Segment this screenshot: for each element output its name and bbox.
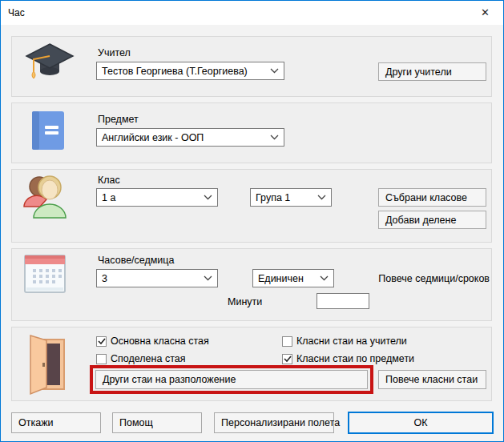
subject-select[interactable]: Английски език - ООП bbox=[96, 128, 284, 147]
checkbox-box bbox=[282, 354, 292, 364]
more-classrooms-button[interactable]: Повече класни стаи bbox=[378, 370, 486, 389]
subject-label: Предмет bbox=[98, 114, 139, 125]
lesson-type-select[interactable]: Единичен bbox=[252, 269, 334, 287]
subject-select-value: Английски език - ООП bbox=[102, 132, 204, 143]
checkbox-subject-classrooms[interactable]: Класни стаи по предмети bbox=[282, 353, 414, 364]
checkbox-label: Споделена стая bbox=[111, 353, 185, 364]
calendar-icon bbox=[23, 254, 67, 297]
rooms-section bbox=[11, 327, 492, 401]
class-select-value: 1 а bbox=[102, 192, 115, 203]
checkbox-label: Класни стаи на учители bbox=[296, 336, 407, 347]
checkbox-box bbox=[96, 354, 107, 364]
checkmark-icon bbox=[284, 355, 292, 363]
teacher-label: Учител bbox=[98, 47, 131, 58]
other-teachers-button[interactable]: Други учители bbox=[378, 62, 486, 81]
graduation-cap-icon bbox=[23, 41, 75, 94]
teacher-select-value: Тестов Георгиева (Т.Георгиева) bbox=[102, 66, 248, 77]
close-icon[interactable]: ✕ bbox=[467, 1, 503, 25]
checkbox-box bbox=[96, 336, 107, 347]
book-icon bbox=[30, 109, 67, 155]
more-weeks-terms-link[interactable]: Повече седмици/сроков bbox=[353, 273, 490, 284]
help-button[interactable]: Помощ bbox=[112, 412, 202, 433]
checkbox-shared-room[interactable]: Споделена стая bbox=[96, 353, 185, 364]
ok-button[interactable]: ОК bbox=[348, 412, 494, 434]
checkbox-label: Основна класна стая bbox=[111, 336, 209, 347]
title-bar: Час ✕ bbox=[1, 1, 503, 25]
hours-per-week-label: Часове/седмица bbox=[98, 255, 174, 266]
chevron-down-icon bbox=[317, 195, 326, 200]
checkbox-box bbox=[282, 336, 292, 347]
teacher-select[interactable]: Тестов Георгиева (Т.Георгиева) bbox=[96, 62, 284, 80]
minutes-label: Минути bbox=[228, 296, 262, 307]
lesson-type-value: Единичен bbox=[258, 273, 304, 284]
chevron-down-icon bbox=[204, 275, 212, 281]
group-select-value: Група 1 bbox=[256, 192, 290, 203]
chevron-down-icon bbox=[204, 195, 212, 200]
chevron-down-icon bbox=[320, 275, 329, 281]
checkbox-label: Класни стаи по предмети bbox=[296, 353, 414, 364]
hours-per-week-select[interactable]: 3 bbox=[96, 269, 218, 287]
students-icon bbox=[22, 173, 71, 227]
checkbox-teacher-classrooms[interactable]: Класни стаи на учители bbox=[282, 336, 407, 347]
cancel-button[interactable]: Откажи bbox=[11, 412, 101, 433]
door-icon bbox=[23, 332, 68, 401]
minutes-input[interactable] bbox=[317, 293, 369, 309]
checkmark-icon bbox=[98, 337, 106, 345]
joined-classes-button[interactable]: Събрани класове bbox=[378, 188, 486, 207]
checkbox-main-classroom[interactable]: Основна класна стая bbox=[96, 336, 209, 347]
dialog-title: Час bbox=[8, 1, 25, 25]
custom-fields-button[interactable]: Персонализирани полета bbox=[214, 412, 334, 433]
hours-section bbox=[11, 248, 492, 321]
class-label: Клас bbox=[98, 175, 120, 186]
class-select[interactable]: 1 а bbox=[96, 188, 218, 207]
other-available-rooms-button[interactable]: Други стаи на разположение bbox=[95, 370, 368, 389]
lesson-dialog: Час ✕ Учител Тестов Георгиева (Т.Георгие… bbox=[0, 0, 504, 442]
chevron-down-icon bbox=[270, 135, 279, 140]
chevron-down-icon bbox=[270, 68, 279, 74]
hours-select-value: 3 bbox=[102, 273, 107, 284]
group-select[interactable]: Група 1 bbox=[250, 188, 332, 207]
add-division-button[interactable]: Добави делене bbox=[378, 211, 486, 229]
